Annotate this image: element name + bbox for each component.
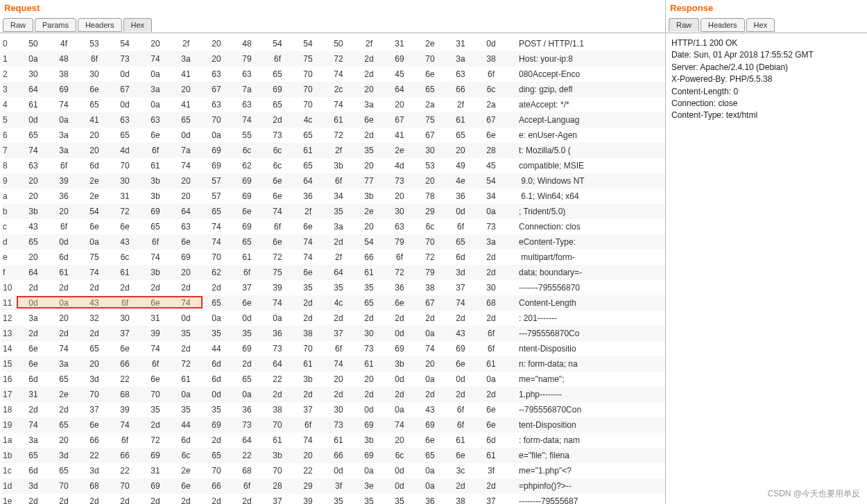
hex-byte[interactable]: 6d [171,435,201,445]
hex-byte[interactable]: 62 [232,161,262,171]
hex-byte[interactable]: 6e [476,405,506,415]
hex-byte[interactable]: 6d [201,374,232,384]
hex-byte[interactable]: 6d [445,252,476,262]
hex-byte[interactable]: 67 [415,298,445,308]
hex-byte[interactable]: 28 [262,481,293,491]
hex-byte[interactable]: 61 [18,100,49,110]
hex-row[interactable]: 1b653d2266696c65223b2066696c656e61e="fil… [1,448,665,463]
hex-byte[interactable]: 6f [445,222,476,232]
hex-byte[interactable]: 4e [445,176,476,186]
hex-byte[interactable]: 3d [445,268,476,277]
hex-byte[interactable]: 6c [232,146,262,155]
hex-byte[interactable]: 3b [140,191,171,201]
hex-byte[interactable]: 66 [354,252,384,262]
hex-byte[interactable]: 70 [201,466,232,476]
hex-byte[interactable]: 63 [232,69,262,79]
hex-byte[interactable]: 74 [171,298,201,308]
tab-hex[interactable]: Hex [746,18,775,32]
hex-row[interactable]: b3b2054726964656e742f352e30290d0a; Tride… [1,204,665,219]
hex-byte[interactable]: 3a [18,313,49,323]
hex-byte[interactable]: 2e [171,466,201,476]
hex-byte[interactable]: 20 [49,207,79,216]
hex-byte[interactable]: 61 [110,268,140,277]
hex-byte[interactable]: 50 [323,39,354,49]
hex-byte[interactable]: 2e [354,207,384,216]
hex-byte[interactable]: 3f [323,481,354,491]
hex-byte[interactable]: 43 [79,298,110,308]
hex-byte[interactable]: 20 [293,451,323,460]
hex-byte[interactable]: 41 [79,115,110,125]
hex-byte[interactable]: 62 [201,268,232,277]
hex-byte[interactable]: 73 [262,130,293,140]
hex-byte[interactable]: 35 [201,329,232,338]
hex-byte[interactable]: 69 [232,344,262,354]
hex-byte[interactable]: 61 [323,435,354,445]
hex-byte[interactable]: 35 [384,496,415,504]
hex-byte[interactable]: 54 [354,237,384,247]
hex-byte[interactable]: 20 [323,374,354,384]
hex-byte[interactable]: 30 [354,329,384,338]
hex-byte[interactable]: 69 [171,252,201,262]
hex-byte[interactable]: 2d [415,390,445,399]
hex-byte[interactable]: 6f [476,344,506,354]
hex-byte[interactable]: 29 [293,481,323,491]
hex-byte[interactable]: 35 [323,207,354,216]
hex-byte[interactable]: 2d [140,496,171,504]
hex-byte[interactable]: 65 [415,451,445,460]
hex-byte[interactable]: 64 [384,85,415,94]
hex-byte[interactable]: 2d [110,283,140,293]
hex-byte[interactable]: 2d [476,268,506,277]
hex-byte[interactable]: 66 [110,359,140,369]
hex-byte[interactable]: 30 [415,146,445,155]
hex-byte[interactable]: 6f [79,54,110,64]
hex-byte[interactable]: 20 [384,435,415,445]
hex-byte[interactable]: 70 [262,420,293,430]
hex-byte[interactable]: 4c [293,115,323,125]
hex-row[interactable]: 1c6d653d22312e706870220d0a0d0a3c3fme="1.… [1,463,665,478]
hex-byte[interactable]: 0d [323,466,354,476]
hex-byte[interactable]: 53 [79,39,110,49]
hex-byte[interactable]: 2f [323,252,354,262]
hex-view[interactable]: 0504f5354202f20485454502f312e310dPOST / … [0,33,665,504]
hex-byte[interactable]: 70 [110,161,140,171]
hex-byte[interactable]: 20 [49,313,79,323]
hex-byte[interactable]: 3b [140,268,171,277]
hex-byte[interactable]: 7a [171,146,201,155]
hex-byte[interactable]: 2e [79,176,110,186]
hex-row[interactable]: d650d0a436f6e74656e742d547970653aeConten… [1,234,665,250]
hex-byte[interactable]: 72 [323,130,354,140]
hex-byte[interactable]: 2f [354,39,384,49]
hex-byte[interactable]: 57 [201,176,232,186]
hex-byte[interactable]: 66 [323,451,354,460]
hex-byte[interactable]: 6f [293,420,323,430]
hex-byte[interactable]: 6e [79,420,110,430]
hex-byte[interactable]: 36 [384,283,415,293]
hex-byte[interactable]: 2d [140,283,171,293]
hex-byte[interactable]: 6e [262,176,293,186]
hex-row[interactable]: 6653a20656e0d0a557365722d4167656ee: enUs… [1,128,665,143]
hex-byte[interactable]: 69 [232,176,262,186]
hex-byte[interactable]: 6f [323,176,354,186]
hex-byte[interactable]: 64 [262,359,293,369]
hex-byte[interactable]: 0a [49,298,79,308]
hex-byte[interactable]: 0d [445,374,476,384]
hex-byte[interactable]: 74 [445,298,476,308]
hex-byte[interactable]: 6f [232,268,262,277]
hex-byte[interactable]: 20 [354,374,384,384]
hex-byte[interactable]: 30 [18,69,49,79]
hex-byte[interactable]: 35 [171,329,201,338]
hex-byte[interactable]: 67 [201,85,232,94]
hex-byte[interactable]: 36 [49,191,79,201]
hex-byte[interactable]: 61 [171,374,201,384]
hex-byte[interactable]: 3b [140,176,171,186]
hex-byte[interactable]: 6e [110,222,140,232]
hex-byte[interactable]: 44 [171,420,201,430]
hex-byte[interactable]: 74 [293,237,323,247]
hex-byte[interactable]: 2d [445,313,476,323]
hex-byte[interactable]: 65 [18,451,49,460]
hex-byte[interactable]: 69 [140,481,171,491]
tab-headers[interactable]: Headers [78,18,122,32]
hex-byte[interactable]: 2e [384,146,415,155]
hex-byte[interactable]: 20 [18,252,49,262]
hex-row[interactable]: 132d2d2d3739353535363837300d0a436f---795… [1,326,665,341]
